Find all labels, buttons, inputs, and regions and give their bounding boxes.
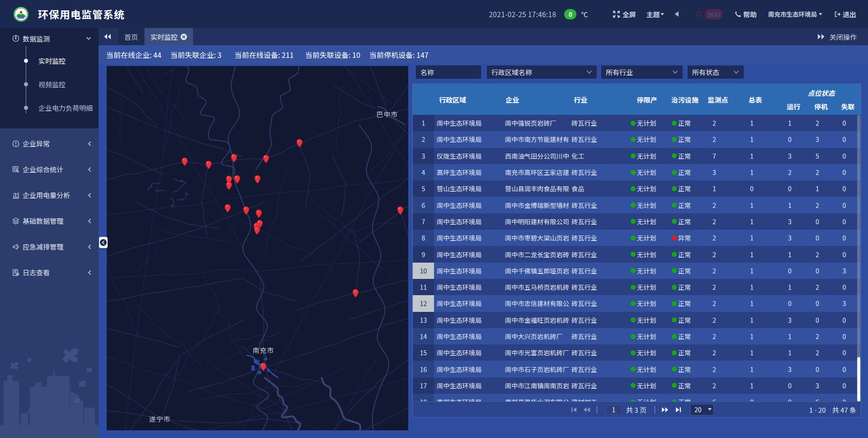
page-size-select[interactable]: 20: [690, 404, 714, 415]
help-button[interactable]: 帮助: [735, 9, 757, 19]
status-dot: [631, 121, 636, 126]
col-header-region[interactable]: 行政区域: [434, 84, 502, 115]
prev-page-button[interactable]: [581, 407, 592, 413]
table-scrollbar-thumb[interactable]: [857, 357, 860, 401]
skyline-decoration: [0, 341, 99, 438]
status-dot: [631, 203, 636, 207]
sidebar-item-video-monitoring[interactable]: 视频监控: [0, 72, 99, 96]
org-dropdown[interactable]: 南充市生态环境局: [768, 9, 822, 19]
status-dot: [672, 121, 677, 126]
mute-button[interactable]: [674, 10, 681, 18]
map-pin[interactable]: [231, 154, 237, 163]
col-header-meters[interactable]: 总表: [735, 84, 776, 115]
cell-stopped: 3: [807, 131, 828, 147]
map-pin[interactable]: [352, 289, 359, 298]
table-scrollbar[interactable]: [857, 115, 860, 401]
map-pin[interactable]: [254, 226, 260, 235]
map-pin[interactable]: [254, 175, 261, 184]
table-row[interactable]: 13 阆中生态环境局 阆中市金福旺页岩机砖 砖瓦行业 无计划 正常 2 1 3 …: [413, 312, 861, 328]
cell-industry: 砖瓦行业: [570, 131, 622, 147]
table-row[interactable]: 4 高坪生态环境局 南充市高坪区王家店建 砖瓦行业 无计划 正常 3 1 2 2…: [413, 164, 861, 180]
table-row[interactable]: 3 仪陇生态环境局 西南油气田分公司川中 化工 无计划 正常 7 1 3 5 0: [413, 148, 861, 164]
cell-stopped: 2: [807, 115, 828, 131]
cell-offline: 0: [828, 394, 861, 401]
table-row[interactable]: 9 阆中生态环境局 阆中市二龙长宝页岩砖 砖瓦行业 无计划 正常 2 1 1 2…: [413, 246, 861, 262]
map-pin[interactable]: [296, 139, 303, 148]
map-pin[interactable]: [255, 209, 262, 218]
table-row[interactable]: 8 阆中生态环境局 阆中市枣碧大梁山页岩 砖瓦行业 无计划 异常 2 1 3 0…: [413, 230, 861, 246]
col-header-points[interactable]: 监测点: [701, 84, 735, 115]
sidebar-item-realtime-monitoring[interactable]: 实时监控: [0, 49, 99, 72]
name-filter-input[interactable]: [416, 66, 481, 79]
table-row[interactable]: 17 阆中生态环境局 阆中市江南镇阆南页岩 砖瓦行业 无计划 正常 2 1 0 …: [413, 377, 861, 394]
table-row[interactable]: 14 阆中生态环境局 阆中大兴页岩机砖厂 砖瓦行业 无计划 正常 2 1 1 2…: [413, 328, 861, 344]
sidebar-group-data-monitoring[interactable]: 数据监测: [0, 28, 99, 49]
sidebar-item-base-data-management[interactable]: 基础数据管理: [0, 208, 99, 234]
page-number-input[interactable]: [605, 405, 622, 414]
map-collapse-button[interactable]: [99, 237, 108, 248]
cell-production-status: 无计划: [622, 377, 665, 394]
map-pin[interactable]: [234, 175, 241, 184]
sidebar-item-emergency-reduction[interactable]: 应急减排管理: [0, 234, 99, 259]
col-header-running[interactable]: 运行: [776, 99, 811, 113]
map-panel[interactable]: 巴中市南充市遂宁市: [107, 66, 409, 430]
city-label: 巴中市: [377, 109, 398, 119]
table-row[interactable]: 15 阆中生态环境局 阆中市光富页岩机砖厂 砖瓦行业 无计划 正常 2 1 1 …: [413, 344, 861, 361]
map-pin[interactable]: [243, 206, 250, 215]
cell-region: 高坪生态环境局: [434, 164, 502, 180]
map-pin[interactable]: [181, 157, 188, 166]
table-row[interactable]: 1 阆中生态环境局 阆中强锐页岩砖厂 砖瓦行业 无计划 正常 2 1 1 2 0: [413, 115, 861, 131]
sidebar-item-enterprise-abnormal[interactable]: 企业异常: [0, 131, 99, 156]
tabs-scroll-left-button[interactable]: [99, 28, 116, 45]
double-chevron-left-icon: [104, 33, 111, 40]
status-dot: [672, 268, 677, 273]
close-operations-button[interactable]: 关闭操作: [817, 28, 868, 45]
col-header-production[interactable]: 停限产: [625, 84, 669, 115]
cell-region: 阆中生态环境局: [434, 361, 502, 377]
map-pin[interactable]: [205, 160, 212, 170]
col-header-industry[interactable]: 行业: [569, 84, 622, 115]
col-header-facility[interactable]: 治污设施: [669, 84, 701, 115]
status-dot: [631, 186, 636, 191]
table-row[interactable]: 2 阆中生态环境局 阆中市南方节能建材有 砖瓦行业 无计划 正常 2 1 0 3…: [413, 131, 861, 147]
table-row[interactable]: 11 阆中生态环境局 阆中市五马桥页岩机砖 砖瓦行业 无计划 正常 2 1 1 …: [413, 279, 861, 295]
notification-bell[interactable]: 2632: [695, 9, 722, 19]
table-row[interactable]: 18 南部生态环境局 南部县强华水泥有限公 建材加工 无计划 正常 6 0 0 …: [413, 394, 861, 401]
first-page-button[interactable]: [568, 407, 579, 413]
tab-home[interactable]: 首页: [118, 28, 144, 45]
last-page-button[interactable]: [673, 407, 684, 413]
sidebar-item-power-usage-analysis[interactable]: 企业用电量分析: [0, 182, 99, 208]
map-pin[interactable]: [263, 155, 269, 164]
logout-button[interactable]: 退出: [834, 9, 856, 19]
table-row[interactable]: 7 阆中生态环境局 阆中明阳建材有限公司 砖瓦行业 无计划 正常 2 1 3 0…: [413, 213, 861, 230]
status-dot: [672, 137, 677, 142]
tab-close-icon[interactable]: [180, 33, 187, 40]
map-pin[interactable]: [397, 206, 404, 215]
status-filter-select[interactable]: 所有状态: [688, 66, 744, 79]
table-row[interactable]: 10 阆中生态环境局 阆中千佛镇五郎垭页岩 砖瓦行业 无计划 正常 2 1 0 …: [413, 263, 861, 279]
sidebar-item-enterprise-statistics[interactable]: 企业综合统计: [0, 156, 99, 182]
tab-realtime-monitoring[interactable]: 实时监控: [145, 28, 193, 45]
theme-dropdown[interactable]: 主题: [646, 9, 664, 19]
region-filter-select[interactable]: 行政区域名称: [487, 66, 597, 79]
fullscreen-button[interactable]: 全屏: [613, 9, 636, 19]
table-row[interactable]: 16 阆中生态环境局 阆中市石子页岩机砖厂 砖瓦行业 无计划 正常 2 1 3 …: [413, 361, 861, 377]
gauge-icon: [12, 35, 19, 42]
map-pin[interactable]: [224, 204, 231, 213]
cell-production-status: 无计划: [622, 148, 665, 164]
map-pin[interactable]: [226, 181, 232, 190]
next-page-button[interactable]: [660, 407, 670, 413]
industry-filter-select[interactable]: 所有行业: [601, 66, 683, 79]
table-row[interactable]: 12 阆中生态环境局 阆中市忠信建材有限公 砖瓦行业 无计划 正常 2 1 0 …: [413, 295, 861, 311]
table-row[interactable]: 5 营山生态环境局 营山县润丰肉食品有限 食品 无计划 正常 1 0 0 1 0: [413, 180, 861, 197]
col-header-offline[interactable]: 失联: [831, 99, 864, 113]
sidebar-item-power-load-detail[interactable]: 企业电力负荷明细: [0, 96, 99, 119]
map-pin[interactable]: [260, 363, 267, 372]
cell-index: 18: [413, 394, 434, 401]
table-body: 1 阆中生态环境局 阆中强锐页岩砖厂 砖瓦行业 无计划 正常 2 1 1 2 0…: [413, 115, 861, 401]
col-header-stopped[interactable]: 停机: [811, 99, 831, 113]
sidebar-item-log-viewer[interactable]: 日志查看: [0, 259, 99, 285]
col-header-company[interactable]: 企业: [502, 84, 569, 115]
cell-index: 2: [413, 131, 434, 147]
table-row[interactable]: 6 阆中生态环境局 阆中市金博瑞新型墙材 砖瓦行业 无计划 正常 2 1 1 2…: [413, 197, 861, 213]
